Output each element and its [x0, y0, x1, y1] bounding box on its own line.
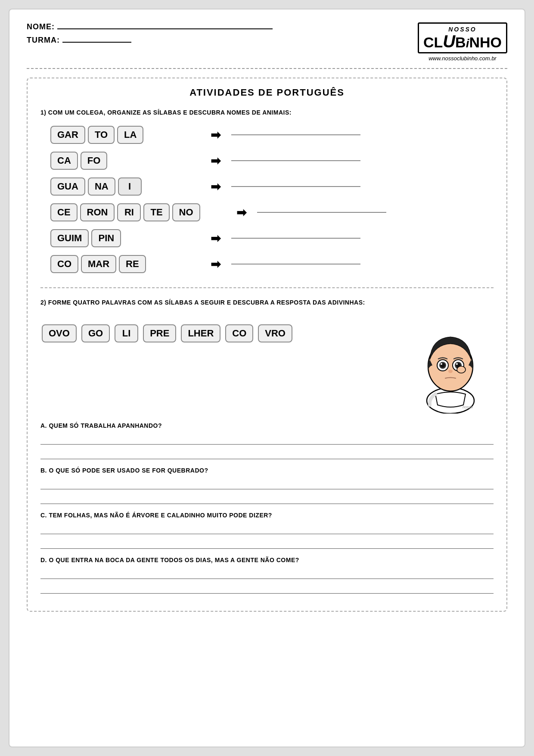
- character-svg: nosso: [412, 314, 489, 414]
- nome-underline[interactable]: [57, 28, 273, 29]
- worksheet-page: NOME: TURMA: NOSSO CLUBiNHO www.nossoclu…: [9, 9, 525, 747]
- website-url: www.nossoclubinho.com.br: [418, 55, 507, 62]
- syllable-row-3: GUA NA I ➡: [49, 176, 494, 197]
- syllable-row-6: CO MAR RE ➡: [49, 254, 494, 274]
- syl-PIN: PIN: [91, 229, 121, 247]
- syl-GUIM: GUIM: [50, 229, 89, 247]
- syllable-group-5: GUIM PIN: [49, 228, 204, 249]
- row1-right: ➡: [204, 128, 494, 142]
- syl2-LHER: LHER: [181, 324, 220, 342]
- riddle-c-line1[interactable]: [40, 522, 494, 534]
- syl2-OVO: OVO: [42, 324, 77, 342]
- row4-right: ➡: [230, 205, 494, 220]
- turma-underline[interactable]: [62, 42, 131, 43]
- syllable-group-6: CO MAR RE: [49, 254, 204, 274]
- syl-CO: CO: [50, 255, 78, 273]
- logo-clubinho: CLUBiNHO: [423, 33, 502, 50]
- syllable-row-2: CA FO ➡: [49, 150, 494, 171]
- syl-RI: RI: [117, 203, 141, 221]
- answer-line-4[interactable]: [257, 212, 386, 213]
- answer-line-5[interactable]: [231, 238, 360, 239]
- row3-right: ➡: [204, 180, 494, 194]
- page-title: ATIVIDADES DE PORTUGUÊS: [40, 87, 494, 98]
- riddle-a-line2[interactable]: [40, 447, 494, 459]
- syllable-group-3: GUA NA I: [49, 176, 204, 197]
- row2-right: ➡: [204, 154, 494, 168]
- syllable-group-2: CA FO: [49, 150, 204, 171]
- riddle-d-label: D. O QUE ENTRA NA BOCA DA GENTE TODOS OS…: [40, 557, 494, 563]
- answer-line-6[interactable]: [231, 264, 360, 264]
- syl2-LI: LI: [115, 324, 138, 342]
- logo-area: NOSSO CLUBiNHO www.nossoclubinho.com.br: [418, 22, 507, 62]
- turma-field: TURMA:: [27, 36, 418, 45]
- section-divider: [40, 287, 494, 288]
- syl-LA: LA: [117, 126, 143, 144]
- syl-TO: TO: [88, 126, 115, 144]
- answer-line-2[interactable]: [231, 160, 360, 161]
- svg-text:nosso: nosso: [463, 405, 473, 409]
- syl-I: I: [118, 177, 142, 196]
- svg-point-6: [441, 363, 442, 365]
- header-fields: NOME: TURMA:: [27, 22, 418, 49]
- syllable-group-1: GAR TO LA: [49, 124, 204, 145]
- syl2-VRO: VRO: [258, 324, 292, 342]
- syl-RON: RON: [80, 203, 115, 221]
- riddle-a-label: A. QUEM SÓ TRABALHA APANHANDO?: [40, 422, 494, 429]
- character-illustration: nosso: [407, 314, 494, 414]
- riddle-b-label: B. O QUE SÓ PODE SER USADO SE FOR QUEBRA…: [40, 467, 494, 474]
- svg-point-12: [457, 366, 466, 373]
- syl-GUA: GUA: [50, 177, 85, 196]
- syl-FO: FO: [81, 152, 108, 170]
- syl-NA: NA: [88, 177, 115, 196]
- syl2-CO: CO: [225, 324, 253, 342]
- answer-line-1[interactable]: [231, 134, 360, 135]
- activity1-instruction: 1) COM UM COLEGA, ORGANIZE AS SÍLABAS E …: [40, 109, 494, 116]
- arrow-4: ➡: [236, 205, 246, 220]
- syl-NO: NO: [172, 203, 200, 221]
- syllable-row-1: GAR TO LA ➡: [49, 124, 494, 145]
- riddle-section: A. QUEM SÓ TRABALHA APANHANDO? B. O QUE …: [40, 422, 494, 594]
- riddle-b-line2[interactable]: [40, 492, 494, 504]
- syllable-row-4: CE RON RI TE NO ➡: [49, 202, 494, 223]
- riddle-b-line1[interactable]: [40, 477, 494, 489]
- svg-point-11: [448, 370, 453, 373]
- syl2-PRE: PRE: [143, 324, 176, 342]
- nome-field: NOME:: [27, 22, 418, 31]
- syl-TE: TE: [143, 203, 169, 221]
- riddle-d-line2[interactable]: [40, 582, 494, 594]
- logo-box: NOSSO CLUBiNHO: [418, 22, 507, 53]
- activity2-instruction: 2) FORME QUATRO PALAVRAS COM AS SÍLABAS …: [40, 299, 494, 306]
- activity2-left: OVO GO LI PRE LHER CO VRO: [40, 314, 407, 352]
- riddle-c-line2[interactable]: [40, 537, 494, 549]
- syl2-GO: GO: [81, 324, 110, 342]
- arrow-3: ➡: [211, 180, 220, 194]
- activity2-container: 2) FORME QUATRO PALAVRAS COM AS SÍLABAS …: [40, 299, 494, 594]
- turma-label: TURMA:: [27, 36, 60, 44]
- header: NOME: TURMA: NOSSO CLUBiNHO www.nossoclu…: [27, 22, 507, 69]
- riddle-d-line1[interactable]: [40, 567, 494, 579]
- riddle-a-line1[interactable]: [40, 432, 494, 445]
- arrow-6: ➡: [211, 257, 220, 271]
- activity2-layout: OVO GO LI PRE LHER CO VRO: [40, 314, 494, 414]
- arrow-5: ➡: [211, 231, 220, 246]
- syllable-row-5: GUIM PIN ➡: [49, 228, 494, 249]
- row5-right: ➡: [204, 231, 494, 246]
- logo-mosso: NOSSO: [423, 26, 502, 33]
- syl-CA: CA: [50, 152, 78, 170]
- activity2-syllables: OVO GO LI PRE LHER CO VRO: [40, 323, 407, 344]
- syllable-group-4: CE RON RI TE NO: [49, 202, 230, 223]
- arrow-2: ➡: [211, 154, 220, 168]
- row6-right: ➡: [204, 257, 494, 271]
- syl-MAR: MAR: [81, 255, 116, 273]
- riddle-c-label: C. TEM FOLHAS, MAS NÃO É ÁRVORE E CALADI…: [40, 512, 494, 519]
- syl-GAR: GAR: [50, 126, 85, 144]
- syl-CE: CE: [50, 203, 78, 221]
- nome-label: NOME:: [27, 22, 55, 31]
- syl-RE: RE: [119, 255, 146, 273]
- content-area: ATIVIDADES DE PORTUGUÊS 1) COM UM COLEGA…: [27, 78, 507, 612]
- activity1-container: GAR TO LA ➡ CA FO ➡: [40, 124, 494, 274]
- answer-line-3[interactable]: [231, 186, 360, 187]
- arrow-1: ➡: [211, 128, 220, 142]
- svg-point-10: [456, 363, 458, 365]
